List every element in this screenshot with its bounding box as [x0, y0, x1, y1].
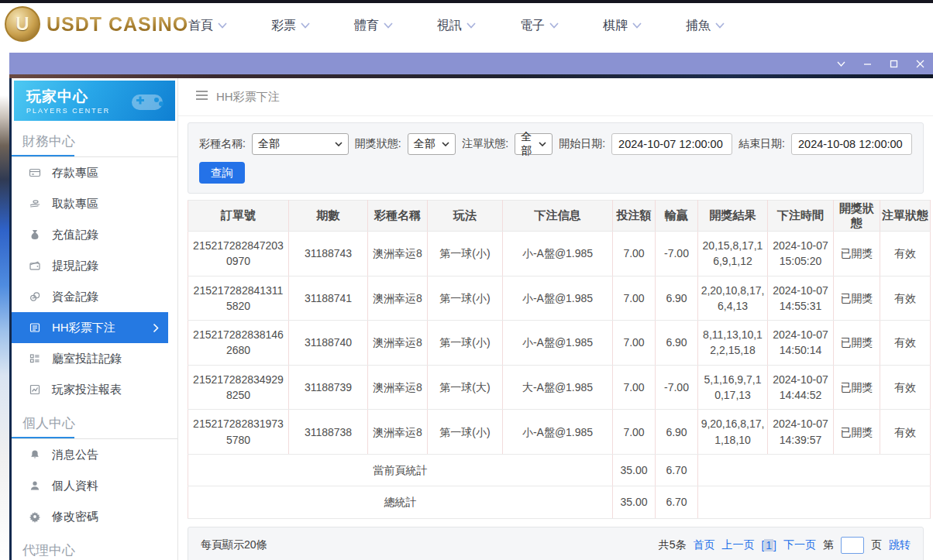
- chevron-down-icon: [715, 22, 725, 29]
- window-titlebar: [9, 53, 933, 74]
- cell: 澳洲幸运8: [368, 365, 428, 410]
- sidebar-item-player-bet-report[interactable]: 玩家投注報表: [12, 374, 177, 405]
- screen: U USDT CASINO 首頁彩票體育視訊電子棋牌捕魚 玩家中心 PLAYER…: [0, 0, 933, 560]
- bets-table: 訂單號期數彩種名稱玩法下注信息投注額輸贏開獎結果下注時間開獎狀態注單狀態 215…: [188, 200, 931, 519]
- nav-item-sports[interactable]: 體育: [354, 18, 393, 34]
- sidebar-item-hh-lottery-bets[interactable]: HH彩票下注: [12, 312, 168, 343]
- button-row: 查詢: [199, 162, 912, 184]
- nav-item-home[interactable]: 首頁: [188, 18, 227, 34]
- sidebar-item-room-bet-records[interactable]: 廳室投註記錄: [12, 343, 177, 374]
- search-button[interactable]: 查詢: [199, 162, 245, 184]
- prev-page-link[interactable]: 上一页: [721, 538, 754, 552]
- current-page-number: 1: [764, 539, 773, 551]
- current-page[interactable]: [1]: [761, 539, 776, 551]
- summary-row: 當前頁統計35.006.70: [188, 454, 931, 486]
- cell: 已開獎: [834, 410, 880, 455]
- nav-item-electronic[interactable]: 電子: [520, 18, 559, 34]
- nav-label: 視訊: [437, 18, 462, 34]
- cell: 澳洲幸运8: [368, 410, 428, 455]
- chevron-down-icon: [301, 22, 310, 29]
- cell: 澳洲幸运8: [368, 321, 428, 366]
- cell: 小-A盤@1.985: [503, 321, 613, 366]
- nav-item-chess[interactable]: 棋牌: [603, 18, 642, 34]
- minimize-icon[interactable]: [860, 57, 874, 70]
- column-header: 注單狀態: [880, 201, 931, 232]
- next-page-link[interactable]: 下一页: [783, 538, 816, 552]
- section-label: 代理中心: [12, 532, 177, 560]
- cell: 31188738: [289, 410, 368, 455]
- cell: 2024-10-07 14:55:31: [768, 276, 834, 321]
- hamburger-icon[interactable]: [195, 90, 208, 104]
- order-status-label: 注單狀態:: [462, 137, 508, 151]
- table-row: 215217282838146268031188740澳洲幸运8第一球(小)小-…: [188, 321, 931, 366]
- column-header: 開獎結果: [698, 201, 768, 232]
- table-body: 215217282847203097031188743澳洲幸运8第一球(小)小-…: [188, 232, 931, 519]
- summary-row: 總統計35.006.70: [188, 486, 931, 518]
- cell: 第一球(小): [428, 232, 503, 277]
- column-header: 訂單號: [188, 201, 289, 232]
- document-icon: [29, 321, 41, 334]
- cell: 6.90: [656, 321, 698, 366]
- close-icon[interactable]: [913, 57, 927, 70]
- draw-status-label: 開獎狀態:: [355, 137, 401, 151]
- cell: 2152172828413115820: [188, 276, 289, 321]
- cell: 已開獎: [834, 321, 880, 366]
- end-date-input[interactable]: 2024-10-08 12:00:00: [791, 133, 912, 155]
- sidebar-item-deposit-area[interactable]: 存款專區: [12, 157, 177, 188]
- cell: 6.90: [656, 276, 698, 321]
- breadcrumb: HH彩票下注: [178, 78, 933, 116]
- cell: 7.00: [613, 232, 656, 277]
- jump-link[interactable]: 跳转: [889, 538, 911, 552]
- first-page-link[interactable]: 首页: [693, 538, 714, 552]
- summary-bet-total: 35.00: [613, 486, 656, 518]
- sidebar-item-announcements[interactable]: 消息公告: [12, 439, 177, 470]
- nav-item-lottery[interactable]: 彩票: [271, 18, 310, 34]
- nav-item-video[interactable]: 視訊: [437, 18, 476, 34]
- column-header: 下注時間: [768, 201, 834, 232]
- game-controller-icon: [127, 87, 167, 116]
- sidebar-item-label: 存款專區: [52, 166, 98, 180]
- draw-status-select[interactable]: 全部: [408, 133, 456, 155]
- logo-text: USDT CASINO: [46, 13, 188, 36]
- sidebar-item-profile[interactable]: 個人資料: [12, 470, 177, 501]
- maximize-icon[interactable]: [887, 57, 900, 70]
- sidebar-item-label: 個人資料: [52, 479, 98, 493]
- chevron-down-icon: [549, 22, 559, 29]
- bell-icon: [29, 448, 41, 461]
- titlebar-dropdown-icon[interactable]: [834, 57, 848, 70]
- start-date-input[interactable]: 2024-10-07 12:00:00: [611, 133, 732, 155]
- cell: 6.90: [656, 410, 698, 455]
- chevron-down-icon: [218, 22, 227, 29]
- cell: 第一球(小): [428, 276, 503, 321]
- chevron-right-icon: [153, 322, 159, 335]
- cell: 7.00: [613, 410, 656, 455]
- sidebar-item-withdraw-records[interactable]: 提現記錄: [12, 250, 177, 281]
- cell: 8,11,13,10,12,2,15,18: [698, 321, 768, 366]
- logo[interactable]: U USDT CASINO: [5, 6, 188, 42]
- cell: 2152172828349298250: [188, 365, 289, 410]
- cell: 第一球(大): [428, 365, 503, 410]
- gear-icon: [29, 510, 41, 523]
- nav-item-fishing[interactable]: 捕魚: [686, 18, 725, 34]
- money-bag-icon: [29, 228, 41, 241]
- column-header: 期數: [289, 201, 368, 232]
- sidebar-item-funds-records[interactable]: 資金記錄: [12, 281, 177, 312]
- hand-coin-icon: [29, 198, 41, 210]
- chevron-down-icon: [632, 22, 642, 29]
- cell: 31188739: [289, 365, 368, 410]
- bets-table-wrap: 訂單號期數彩種名稱玩法下注信息投注額輸贏開獎結果下注時間開獎狀態注單狀態 215…: [188, 200, 924, 519]
- jump-prefix: 第: [823, 538, 834, 552]
- sidebar-item-withdraw-area[interactable]: 取款專區: [12, 188, 177, 219]
- jump-page-input[interactable]: [841, 537, 864, 554]
- lottery-name-select[interactable]: 全部: [252, 133, 349, 155]
- coins-icon: [29, 290, 41, 303]
- sidebar-item-label: 消息公告: [52, 448, 98, 462]
- bracket-right: ]: [773, 539, 776, 551]
- section-label: 財務中心: [12, 123, 177, 153]
- nav-label: 彩票: [271, 18, 296, 34]
- sidebar-item-change-password[interactable]: 修改密碼: [12, 501, 177, 532]
- order-status-select[interactable]: 全部: [515, 133, 553, 155]
- cell: 31188743: [289, 232, 368, 277]
- chevron-down-icon: [384, 22, 393, 29]
- sidebar-item-recharge-records[interactable]: 充值記錄: [12, 219, 177, 250]
